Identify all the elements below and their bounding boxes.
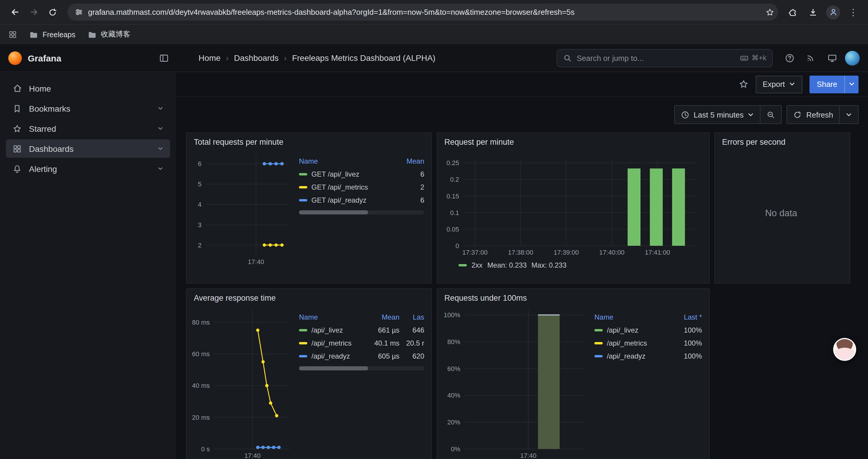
news-button[interactable] <box>802 50 819 66</box>
legend-scrollbar[interactable] <box>299 366 424 370</box>
time-range-picker[interactable]: Last 5 minutes <box>675 106 760 124</box>
legend-header: NameMean <box>299 155 424 168</box>
downloads-button[interactable] <box>804 3 822 21</box>
chevron-down-icon <box>748 111 754 118</box>
legend-table: NameMeanGET /api/_livez6GET /api/_metric… <box>294 155 426 278</box>
sidebar-item-label: Dashboards <box>29 144 73 153</box>
sidebar-item-starred[interactable]: Starred <box>6 119 170 138</box>
search-input[interactable] <box>577 54 735 62</box>
request-per-minute-chart[interactable]: 00.050.10.150.20.2517:37:0017:38:0017:39… <box>442 148 702 259</box>
share-menu-button[interactable] <box>844 75 859 93</box>
bell-icon <box>12 164 23 173</box>
legend-item-2xx[interactable]: 2xx Mean: 0.233 Max: 0.233 <box>442 259 702 269</box>
legend-row[interactable]: /api/_livez661 µs646 <box>299 324 424 337</box>
breadcrumb-dashboards[interactable]: Dashboards <box>234 53 279 63</box>
legend-row[interactable]: /api/_livez100% <box>594 324 702 337</box>
series-color-swatch <box>299 342 307 345</box>
chevron-down-icon <box>848 81 855 88</box>
mega-menu-toggle[interactable] <box>159 53 169 63</box>
svg-text:0%: 0% <box>451 446 460 453</box>
panel-title[interactable]: Total requests per minute <box>187 133 431 148</box>
chevron-down-icon[interactable] <box>157 104 164 112</box>
zoom-out-time-button[interactable] <box>760 106 781 124</box>
panel-title[interactable]: Request per minute <box>437 133 709 148</box>
bookmark-star-icon[interactable] <box>765 7 775 17</box>
export-button[interactable]: Export <box>755 75 802 93</box>
average-response-time-chart[interactable]: 0 s20 ms40 ms60 ms80 ms17:40 <box>190 304 294 459</box>
back-icon <box>10 7 20 17</box>
svg-text:17:38:00: 17:38:00 <box>508 249 533 256</box>
legend-scrollbar[interactable] <box>299 210 424 215</box>
sidebar-item-home[interactable]: Home <box>6 79 170 97</box>
search-box[interactable]: ⌘+k <box>557 49 773 67</box>
refresh-icon <box>793 110 802 119</box>
chevron-down-icon[interactable] <box>157 125 164 132</box>
svg-text:17:40: 17:40 <box>520 452 536 459</box>
legend-row[interactable]: /api/_readyz100% <box>594 350 702 363</box>
sidebar: Home Bookmarks Starred <box>0 72 176 459</box>
refresh-button[interactable]: Refresh <box>787 106 839 124</box>
series-max: Max: 0.233 <box>531 261 567 269</box>
site-info-icon[interactable] <box>74 8 83 17</box>
series-color-swatch <box>594 329 603 331</box>
sidebar-item-alerting[interactable]: Alerting <box>6 160 170 178</box>
forward-button[interactable] <box>25 3 42 21</box>
sidebar-item-label: Home <box>29 84 51 93</box>
legend-row[interactable]: GET /api/_livez6 <box>299 168 424 181</box>
breadcrumb: Home › Dashboards › Freeleaps Metrics Da… <box>198 53 435 63</box>
bookmark-blog-folder[interactable]: 收藏博客 <box>87 30 130 40</box>
back-button[interactable] <box>6 3 24 21</box>
star-icon <box>738 79 748 89</box>
bookmark-freeleaps[interactable]: Freeleaps <box>29 30 75 39</box>
legend-row[interactable]: GET /api/_readyz6 <box>299 194 424 207</box>
chevron-down-icon[interactable] <box>157 145 164 153</box>
reload-button[interactable] <box>44 3 61 21</box>
bookmark-label: 收藏博客 <box>101 30 130 40</box>
svg-text:17:40:00: 17:40:00 <box>599 249 625 256</box>
legend-row[interactable]: /api/_metrics40.1 ms20.5 r <box>299 337 424 350</box>
total-requests-chart[interactable]: 2345617:40 <box>190 148 294 268</box>
chevron-down-icon[interactable] <box>157 165 164 172</box>
folder-icon <box>29 30 38 39</box>
sidebar-item-dashboards[interactable]: Dashboards <box>6 139 170 158</box>
grafana-logo[interactable] <box>8 51 22 65</box>
sidebar-item-label: Bookmarks <box>29 104 70 113</box>
svg-text:4: 4 <box>198 201 202 208</box>
address-bar[interactable] <box>67 4 778 21</box>
panel-title[interactable]: Average response time <box>187 289 431 304</box>
breadcrumb-separator: › <box>226 53 229 63</box>
zoom-out-icon <box>767 110 776 119</box>
panel-average-response-time: Average response time 0 s20 ms40 ms60 ms… <box>186 288 432 459</box>
svg-text:80 ms: 80 ms <box>192 319 210 326</box>
user-avatar[interactable] <box>845 51 860 65</box>
extensions-button[interactable] <box>784 3 802 21</box>
legend-row[interactable]: /api/_readyz605 µs620 <box>299 350 424 363</box>
monitor-icon <box>827 53 837 63</box>
share-button[interactable]: Share <box>810 75 844 93</box>
legend-header: NameLast * <box>594 311 702 324</box>
refresh-interval-button[interactable] <box>839 106 858 124</box>
profile-button[interactable] <box>824 3 842 21</box>
url-input[interactable] <box>88 8 761 17</box>
browser-menu-button[interactable]: ⋮ <box>844 3 862 21</box>
help-button[interactable] <box>781 50 798 66</box>
bookmarks-bar: Freeleaps 收藏博客 <box>0 24 868 44</box>
kiosk-mode-button[interactable] <box>824 50 840 66</box>
bookmark-label: Freeleaps <box>42 30 75 39</box>
favorite-dashboard-button[interactable] <box>738 79 748 89</box>
panel-title[interactable]: Requests under 100ms <box>437 289 709 304</box>
sidebar-item-bookmarks[interactable]: Bookmarks <box>6 99 170 118</box>
home-icon <box>12 83 23 93</box>
dashboard-grid: Total requests per minute 2345617:40 Nam… <box>176 124 868 459</box>
keyboard-icon <box>740 54 749 62</box>
panel-title[interactable]: Errors per second <box>715 133 850 148</box>
requests-under-100ms-chart[interactable]: 0%20%40%60%80%100%17:40 <box>441 304 590 459</box>
assistant-avatar-widget[interactable] <box>833 338 856 361</box>
breadcrumb-home[interactable]: Home <box>198 53 221 63</box>
legend-row[interactable]: GET /api/_metrics2 <box>299 181 424 194</box>
apps-grid-icon[interactable] <box>8 30 17 39</box>
svg-text:0.05: 0.05 <box>446 226 459 233</box>
legend-row[interactable]: /api/_metrics100% <box>594 337 702 350</box>
svg-text:17:40: 17:40 <box>244 452 260 459</box>
series-color-swatch <box>459 264 467 266</box>
